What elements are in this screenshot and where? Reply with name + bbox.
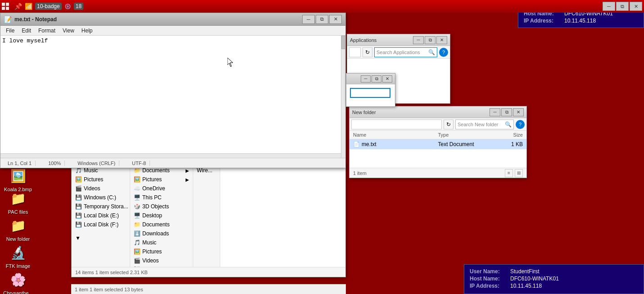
tree-videos[interactable]: 🎬 Videos xyxy=(130,256,193,265)
exp3-restore[interactable]: ⧉ xyxy=(501,108,512,116)
window-icon[interactable] xyxy=(0,1,11,12)
file-size-cell: 1 KB xyxy=(481,141,523,147)
scrollbar-horizontal[interactable] xyxy=(0,153,341,158)
search-newfolder-text: Search New folder xyxy=(458,122,499,127)
desktop-icon-koala[interactable]: 🖼️ Koala 2.bmp xyxy=(2,167,34,192)
list-view-btn[interactable]: ≡ xyxy=(505,169,513,177)
exp3-refresh-icon[interactable]: ↻ xyxy=(444,119,454,129)
help-icon[interactable]: ? xyxy=(439,48,448,57)
line-ending: Windows (CRLF) xyxy=(74,161,119,166)
exp3-help-icon[interactable]: ? xyxy=(516,120,525,129)
explorer-1-title: Applications xyxy=(350,37,376,43)
ftk-label: FTK Image xyxy=(6,263,30,269)
nav-temporary[interactable]: 💾 Temporary Stora... xyxy=(72,202,130,211)
notepad-close-btn[interactable]: ✕ xyxy=(329,15,342,24)
scrollbar-thumb[interactable] xyxy=(341,36,346,49)
tree-music[interactable]: 🎵 Music xyxy=(130,238,193,247)
tree-thispc[interactable]: 🖥️ This PC xyxy=(130,193,193,202)
main-file-explorer: 🎵 Music 🖼️ Pictures 🎬 Videos 💾 Windows (… xyxy=(71,164,346,277)
search-icon[interactable]: 🔍 xyxy=(428,49,435,55)
mini-minimize[interactable]: ─ xyxy=(361,75,371,83)
explorer-3-statusbar: 1 item ≡ ⊞ xyxy=(349,168,526,178)
taskbar-minimize-btn[interactable]: ─ xyxy=(603,2,615,11)
explorer-3-addressbar: ↻ Search New folder 🔍 ? xyxy=(349,118,526,131)
svg-rect-3 xyxy=(6,7,9,10)
explorer-1-addressbar: ↻ Search Applications 🔍 ? xyxy=(347,46,450,59)
pac-icon: 📁 xyxy=(9,189,27,207)
tree-desktop[interactable]: 🖥️ Desktop xyxy=(130,211,193,220)
col-name-label: Name xyxy=(353,132,438,138)
pics-icon-2: 🖼️ xyxy=(134,248,141,255)
mini-input[interactable] xyxy=(350,88,390,98)
music-icon: 🎵 xyxy=(75,167,82,174)
notepad-titlebar: 📝 me.txt - Notepad ─ ⧉ ✕ xyxy=(0,13,345,26)
nav-windows-c[interactable]: 💾 Windows (C:) xyxy=(72,193,130,202)
exp1-close[interactable]: ✕ xyxy=(436,36,447,44)
arrow-icon: ▶ xyxy=(186,168,189,173)
svg-rect-1 xyxy=(6,3,9,6)
desktop-icon-newfolder[interactable]: 📁 New folder xyxy=(2,216,34,242)
docs-icon-2: 📁 xyxy=(134,221,141,228)
file-name-cell: 📄 me.txt xyxy=(353,141,438,147)
drive-f-icon: 💾 xyxy=(75,221,82,228)
taskbar-top: 📌 📶 10-badge ⊛ 18 ─ ⧉ ✕ xyxy=(0,0,644,13)
exp3-address[interactable] xyxy=(351,119,442,129)
nav-local-e[interactable]: 💾 Local Disk (E:) xyxy=(72,211,130,220)
file-type-cell: Text Document xyxy=(438,141,481,147)
tree-pictures[interactable]: 🖼️ Pictures ▶ xyxy=(130,175,193,184)
nav-scroll-down[interactable]: ▼ xyxy=(72,234,130,243)
newfolder-label: New folder xyxy=(6,236,30,242)
exp3-close[interactable]: ✕ xyxy=(513,108,524,116)
txt-file-icon: 📄 xyxy=(353,141,360,147)
tree-downloads[interactable]: ⬇️ Downloads xyxy=(130,229,193,238)
refresh-icon[interactable]: ↻ xyxy=(363,47,372,57)
user-name-value-bottom: StudentFirst xyxy=(510,268,540,275)
mini-close[interactable]: ✕ xyxy=(382,75,392,83)
notepad-minimize-btn[interactable]: ─ xyxy=(302,15,315,24)
tree-documents-2[interactable]: 📁 Documents xyxy=(130,220,193,229)
vids-icon: 🎬 xyxy=(134,257,141,264)
desktop-icon-chrysanthe[interactable]: 🌸 Chrysanthe... xyxy=(2,271,34,294)
desktop-icon-ftk[interactable]: 🔬 FTK Image xyxy=(2,243,34,269)
notepad-textarea[interactable]: I love myself xyxy=(0,36,341,158)
view-toggle: ≡ ⊞ xyxy=(505,169,523,177)
detail-view-btn[interactable]: ⊞ xyxy=(515,169,523,177)
exp1-minimize[interactable]: ─ xyxy=(413,36,424,44)
desktop-icon-pac[interactable]: 📁 PAC files xyxy=(2,189,34,215)
exp3-minimize[interactable]: ─ xyxy=(490,108,500,116)
mini-restore[interactable]: ⧉ xyxy=(372,75,381,83)
menu-format[interactable]: Format xyxy=(35,27,59,35)
pin-icon[interactable]: 📌 xyxy=(14,3,22,10)
nav-local-f[interactable]: 💾 Local Disk (F:) xyxy=(72,220,130,229)
col-size-label: Size xyxy=(481,132,523,138)
videos-icon: 🎬 xyxy=(75,185,82,192)
address-dropdown[interactable] xyxy=(349,47,361,57)
tree-pictures-2[interactable]: 🖼️ Pictures xyxy=(130,247,193,256)
zoom-level: 100% xyxy=(45,161,65,166)
nav-pictures[interactable]: 🖼️ Pictures xyxy=(72,175,130,184)
chrysanthe-icon: 🌸 xyxy=(9,271,27,289)
notepad-restore-btn[interactable]: ⧉ xyxy=(316,15,328,24)
explorer-main-content[interactable] xyxy=(220,166,345,267)
explorer-right-nav: Wire... xyxy=(193,166,220,267)
tree-onedrive[interactable]: ☁️ OneDrive xyxy=(130,184,193,193)
tree-3dobjects[interactable]: 🎲 3D Objects xyxy=(130,202,193,211)
file-row-metxt[interactable]: 📄 me.txt Text Document 1 KB xyxy=(349,139,526,149)
menu-help[interactable]: Help xyxy=(78,27,96,35)
notepad-window: 📝 me.txt - Notepad ─ ⧉ ✕ File Edit Forma… xyxy=(0,13,346,168)
taskbar-close-btn[interactable]: ✕ xyxy=(630,2,642,11)
main-explorer-statusbar: 14 items 1 item selected 2.31 KB xyxy=(72,267,345,277)
exp1-restore[interactable]: ⧉ xyxy=(425,36,435,44)
search-newfolder-icon[interactable]: 🔍 xyxy=(505,121,512,128)
search-applications-box[interactable]: Search Applications 🔍 xyxy=(374,47,437,57)
nav-videos[interactable]: 🎬 Videos xyxy=(72,184,130,193)
explorer-window-newfolder: New folder ─ ⧉ ✕ ↻ Search New folder 🔍 ?… xyxy=(349,106,527,178)
search-newfolder-box[interactable]: Search New folder 🔍 xyxy=(455,119,514,129)
explorer-mid-nav: 📁 Documents ▶ 🖼️ Pictures ▶ ☁️ OneDrive … xyxy=(130,166,193,267)
menu-edit[interactable]: Edit xyxy=(18,27,35,35)
menu-file[interactable]: File xyxy=(2,27,18,35)
scrollbar-vertical[interactable] xyxy=(341,36,345,158)
ctf-icon[interactable]: ⊛ xyxy=(64,1,71,11)
menu-view[interactable]: View xyxy=(59,27,78,35)
taskbar-restore-btn[interactable]: ⧉ xyxy=(616,2,629,11)
